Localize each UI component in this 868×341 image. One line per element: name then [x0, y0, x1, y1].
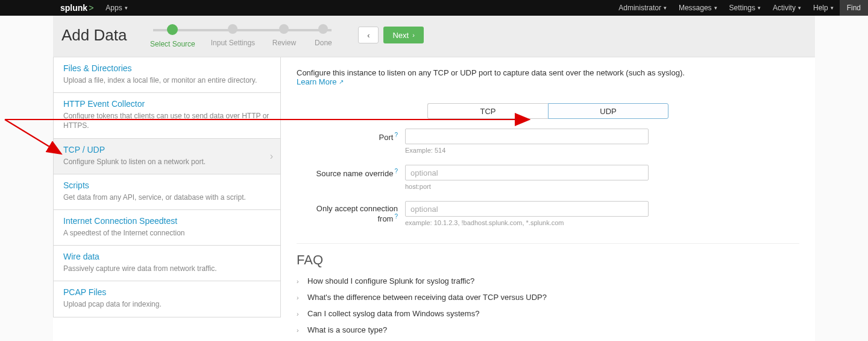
- wizard-step-input-settings[interactable]: Input Settings: [203, 24, 263, 47]
- next-label: Next: [392, 31, 409, 40]
- apps-menu[interactable]: Apps▾: [99, 0, 133, 16]
- help-icon[interactable]: ?: [394, 213, 398, 220]
- step-dot-icon: [318, 24, 328, 34]
- chevron-down-icon: ▾: [758, 5, 761, 11]
- port-hint: Example: 514: [405, 147, 649, 154]
- protocol-toggle: TCP UDP: [297, 103, 799, 119]
- wizard-step-select-source[interactable]: Select Source: [142, 24, 203, 48]
- chevron-right-icon: ›: [412, 31, 415, 39]
- chevron-right-icon: ›: [297, 310, 303, 317]
- help-icon[interactable]: ?: [394, 132, 398, 138]
- source-item-internet-connection-speedtest[interactable]: Internet Connection SpeedtestA speedtest…: [54, 210, 280, 246]
- chevron-down-icon: ▾: [831, 5, 834, 11]
- source-name-label: Source name override?: [297, 165, 398, 178]
- user-menu[interactable]: Administrator▾: [612, 0, 673, 16]
- faq-question-text: Can I collect syslog data from Windows s…: [307, 309, 479, 318]
- source-item-desc: Upload pcap data for indexing.: [63, 299, 271, 309]
- faq-title: FAQ: [297, 252, 799, 268]
- step-label: Done: [315, 39, 332, 47]
- protocol-udp-button[interactable]: UDP: [548, 103, 668, 119]
- udp-label: UDP: [600, 107, 616, 116]
- source-item-desc: Upload a file, index a local file, or mo…: [63, 75, 271, 85]
- settings-label: Settings: [729, 4, 755, 12]
- source-item-desc: A speedtest of the Internet connection: [63, 228, 271, 238]
- step-label: Select Source: [150, 40, 195, 48]
- chevron-right-icon: ›: [297, 294, 303, 301]
- faq-question[interactable]: ›What's the difference between receiving…: [297, 289, 799, 305]
- panel-description-text: Configure this instance to listen on any…: [297, 68, 685, 77]
- next-button[interactable]: Next ›: [383, 27, 423, 43]
- help-icon[interactable]: ?: [394, 168, 398, 174]
- step-label: Input Settings: [211, 39, 255, 47]
- faq-section: FAQ ›How should I configure Splunk for s…: [297, 243, 799, 338]
- settings-menu[interactable]: Settings▾: [723, 0, 767, 16]
- chevron-right-icon: ›: [297, 278, 303, 285]
- help-label: Help: [813, 4, 828, 12]
- faq-question-text: What's the difference between receiving …: [307, 293, 547, 302]
- find-button[interactable]: Find: [840, 0, 868, 16]
- step-dot-icon: [279, 24, 289, 34]
- apps-label: Apps: [105, 4, 122, 12]
- port-input[interactable]: [405, 129, 649, 144]
- learn-more-link[interactable]: Learn More ↗: [297, 77, 344, 86]
- source-item-http-event-collector[interactable]: HTTP Event CollectorConfigure tokens tha…: [54, 93, 280, 138]
- source-name-hint: host:port: [405, 183, 649, 190]
- source-item-wire-data[interactable]: Wire dataPassively capture wire data fro…: [54, 246, 280, 281]
- content-area: Files & DirectoriesUpload a file, index …: [53, 57, 815, 341]
- source-type-list: Files & DirectoriesUpload a file, index …: [53, 57, 281, 317]
- main-panel: Configure this instance to listen on any…: [281, 57, 815, 341]
- chevron-right-icon: ›: [297, 327, 303, 334]
- accept-from-hint: example: 10.1.2.3, !badhost.splunk.com, …: [405, 219, 649, 226]
- messages-menu[interactable]: Messages▾: [673, 0, 723, 16]
- tcp-label: TCP: [480, 107, 496, 116]
- activity-label: Activity: [773, 4, 796, 12]
- tcp-udp-form: Port? Example: 514 Source name override?…: [297, 129, 731, 226]
- source-item-scripts[interactable]: ScriptsGet data from any API, service, o…: [54, 174, 280, 210]
- accept-from-label: Only accept connection from?: [297, 201, 398, 223]
- source-item-title: HTTP Event Collector: [63, 99, 271, 109]
- source-item-title: Files & Directories: [63, 63, 271, 73]
- source-item-desc: Configure Splunk to listen on a network …: [63, 157, 271, 167]
- faq-question[interactable]: ›Can I collect syslog data from Windows …: [297, 305, 799, 322]
- port-row: Port? Example: 514: [297, 129, 731, 154]
- source-item-title: Wire data: [63, 252, 271, 261]
- activity-menu[interactable]: Activity▾: [767, 0, 807, 16]
- source-item-title: TCP / UDP: [63, 145, 271, 155]
- topbar: splunk> Apps▾ Administrator▾ Messages▾ S…: [53, 0, 868, 16]
- source-item-desc: Configure tokens that clients can use to…: [63, 111, 271, 130]
- chevron-down-icon: ▾: [798, 5, 801, 11]
- chevron-left-icon: ‹: [367, 31, 370, 40]
- source-item-tcp-udp[interactable]: TCP / UDPConfigure Splunk to listen on a…: [54, 139, 280, 174]
- find-label: Find: [847, 4, 861, 12]
- learn-more-label: Learn More: [297, 77, 336, 86]
- panel-description: Configure this instance to listen on any…: [297, 68, 799, 86]
- brand-logo[interactable]: splunk>: [59, 0, 99, 16]
- faq-question-text: How should I configure Splunk for syslog…: [307, 276, 474, 285]
- back-button[interactable]: ‹: [358, 27, 379, 43]
- wizard-step-review[interactable]: Review: [263, 24, 305, 47]
- chevron-down-icon: ▾: [714, 5, 717, 11]
- messages-label: Messages: [679, 4, 712, 12]
- source-item-title: PCAP Files: [63, 287, 271, 297]
- wizard-steps: Select Source Input Settings Review Done: [142, 22, 342, 48]
- protocol-tcp-button[interactable]: TCP: [427, 103, 548, 119]
- source-name-input[interactable]: [405, 165, 649, 180]
- brand-caret: >: [89, 3, 93, 13]
- source-item-pcap-files[interactable]: PCAP FilesUpload pcap data for indexing.: [54, 281, 280, 317]
- page-header: Add Data Select Source Input Settings Re…: [53, 16, 815, 57]
- wizard-step-done[interactable]: Done: [305, 24, 341, 47]
- help-menu[interactable]: Help▾: [807, 0, 840, 16]
- step-dot-icon: [167, 24, 178, 35]
- brand-text: splunk: [60, 3, 87, 13]
- faq-question[interactable]: ›How should I configure Splunk for syslo…: [297, 273, 799, 289]
- user-label: Administrator: [618, 4, 661, 12]
- chevron-down-icon: ▾: [664, 5, 667, 11]
- accept-from-input[interactable]: [405, 201, 649, 217]
- source-item-desc: Get data from any API, service, or datab…: [63, 193, 271, 202]
- step-dot-icon: [228, 24, 237, 34]
- source-item-desc: Passively capture wire data from network…: [63, 264, 271, 273]
- source-item-title: Scripts: [63, 180, 271, 190]
- faq-question[interactable]: ›What is a source type?: [297, 322, 799, 338]
- source-item-title: Internet Connection Speedtest: [63, 216, 271, 226]
- source-item-files-directories[interactable]: Files & DirectoriesUpload a file, index …: [54, 57, 280, 93]
